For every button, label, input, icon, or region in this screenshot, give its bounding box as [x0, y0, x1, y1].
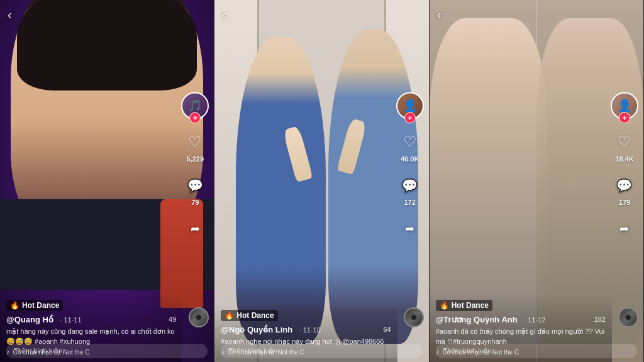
- action-buttons-panel2: 👤 + ♡ 46.0K 💬 172 ➦: [396, 92, 424, 240]
- share-icon: ➦: [184, 217, 206, 240]
- comment-count-panel3: 179: [619, 199, 630, 206]
- top-comment-count-panel2: 64: [383, 326, 391, 333]
- disc-inner: [196, 314, 202, 321]
- back-button-panel3[interactable]: ‹: [437, 8, 441, 22]
- like-count-panel1: 5,229: [187, 155, 204, 163]
- comment-button-panel2[interactable]: 💬 172: [399, 174, 421, 206]
- comment-count-panel2: 172: [404, 199, 415, 206]
- share-button-panel3[interactable]: ➦: [613, 217, 636, 240]
- comment-icon-2: 💬: [399, 174, 421, 197]
- follow-plus-icon-3[interactable]: +: [619, 112, 630, 123]
- username-text-2[interactable]: @Ngô Quyền Linh: [221, 325, 292, 334]
- username-panel3: @Trương Quỳnh Anh · 11-12: [436, 314, 546, 325]
- comment-button-panel3[interactable]: 💬 179: [613, 174, 636, 206]
- comment-button-panel1[interactable]: 💬 79: [184, 174, 206, 206]
- action-buttons-panel3: 👤 + ♡ 18,4K 💬 179 ➦: [611, 92, 638, 240]
- share-icon-2: ➦: [399, 217, 421, 240]
- comment-bar-panel1: Thêm bình luận...: [0, 341, 214, 362]
- back-button[interactable]: ‹: [8, 8, 12, 22]
- follow-plus-icon-2[interactable]: +: [404, 112, 416, 123]
- top-comment-count-panel3: 182: [594, 315, 606, 323]
- username-panel1: @Quang Hồ · 11-11: [6, 314, 82, 325]
- heart-icon: ♡: [184, 131, 206, 153]
- share-icon-3: ➦: [613, 217, 636, 240]
- badge-label-panel1: Hot Dance: [22, 301, 59, 310]
- avatar-panel3[interactable]: 👤 +: [611, 92, 638, 119]
- comment-input-panel2[interactable]: Thêm bình luận...: [221, 344, 422, 358]
- video-panel-1: ‹ 🎵 + ♡ 5,229 💬 79 ➦ 🔥 Hot Dance @Quang …: [0, 0, 214, 362]
- video-panel-2: ‹ 👤 + ♡ 46.0K 💬 172 ➦ 🔥 Hot Dance @Ngô Q…: [214, 0, 429, 362]
- top-comment-count-panel1: 49: [169, 315, 176, 323]
- date-panel1: · 11-11: [60, 316, 81, 324]
- username-text[interactable]: @Quang Hồ: [6, 315, 53, 324]
- disc-inner-2: [411, 314, 417, 321]
- username-row-panel1: @Quang Hồ · 11-11 49: [6, 314, 176, 325]
- avatar-panel1[interactable]: 🎵 +: [181, 92, 209, 119]
- comment-icon-3: 💬: [613, 174, 636, 197]
- back-button-panel2[interactable]: ‹: [222, 8, 226, 22]
- share-button-panel2[interactable]: ➦: [399, 217, 421, 240]
- heart-icon-2: ♡: [399, 131, 421, 153]
- fire-icon-3: 🔥: [440, 301, 449, 310]
- username-row-panel3: @Trương Quỳnh Anh · 11-12 182: [436, 314, 606, 325]
- comment-icon: 💬: [184, 174, 206, 197]
- like-count-panel2: 46.0K: [401, 155, 419, 163]
- username-row-panel2: @Ngô Quyền Linh · 11-10 64: [221, 324, 391, 335]
- music-disc-panel3: [618, 307, 638, 327]
- badge-label-panel2: Hot Dance: [236, 311, 274, 320]
- date-panel3: · 11-12: [524, 316, 545, 324]
- hot-dance-badge-panel2[interactable]: 🔥 Hot Dance: [221, 310, 277, 321]
- badge-label-panel3: Hot Dance: [452, 301, 489, 310]
- share-button-panel1[interactable]: ➦: [184, 217, 206, 240]
- fire-icon: 🔥: [10, 301, 19, 310]
- comment-count-panel1: 79: [191, 199, 199, 206]
- like-count-panel3: 18,4K: [615, 155, 633, 163]
- date-panel2: · 11-10: [299, 326, 321, 334]
- comment-bar-panel2: Thêm bình luận...: [214, 341, 428, 362]
- username-text-3[interactable]: @Trương Quỳnh Anh: [436, 315, 518, 324]
- comment-input-panel3[interactable]: Thêm bình luận...: [436, 344, 637, 358]
- like-button-panel2[interactable]: ♡ 46.0K: [399, 131, 421, 163]
- music-disc-panel2: [404, 307, 424, 327]
- comment-input-panel1[interactable]: Thêm bình luận...: [6, 344, 208, 358]
- username-panel2: @Ngô Quyền Linh · 11-10: [221, 324, 321, 335]
- heart-icon-3: ♡: [613, 131, 636, 153]
- follow-plus-icon[interactable]: +: [189, 112, 201, 123]
- avatar-panel2[interactable]: 👤 +: [396, 92, 424, 119]
- like-button-panel3[interactable]: ♡ 18,4K: [613, 131, 636, 163]
- like-button-panel1[interactable]: ♡ 5,229: [184, 131, 206, 163]
- hot-dance-badge-panel3[interactable]: 🔥 Hot Dance: [436, 300, 492, 311]
- panel1-hair: [17, 0, 197, 90]
- video-panel-3: ‹ 👤 + ♡ 18,4K 💬 179 ➦ 🔥 Hot Dance @Trươn…: [430, 0, 644, 362]
- disc-inner-3: [625, 314, 631, 321]
- fire-icon-2: 🔥: [225, 311, 234, 320]
- comment-bar-panel3: Thêm bình luận...: [430, 341, 643, 362]
- action-buttons-panel1: 🎵 + ♡ 5,229 💬 79 ➦: [181, 92, 209, 240]
- panel2-person-left: [236, 36, 326, 344]
- hot-dance-badge-panel1[interactable]: 🔥 Hot Dance: [6, 300, 63, 311]
